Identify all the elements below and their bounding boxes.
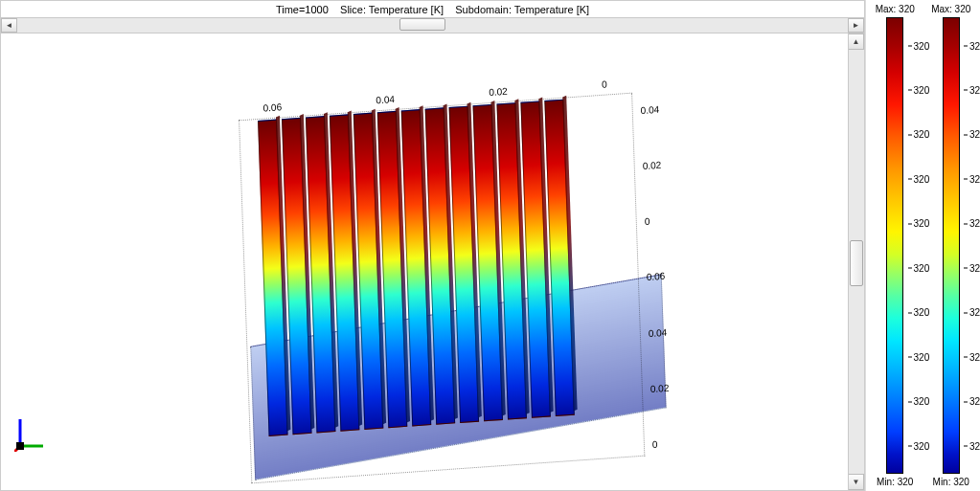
axis-tick: 0.06 — [647, 269, 689, 282]
scroll-right-button[interactable]: ► — [848, 18, 864, 33]
heatmap-3d-plot: 0.06 0.04 0.02 0 — [235, 77, 650, 487]
axis-tick: 0.04 — [649, 325, 691, 339]
scroll-left-button[interactable]: ◄ — [1, 18, 17, 33]
vertical-scrollbar[interactable]: ▲ ▼ — [848, 33, 864, 490]
axis-tick: 0.02 — [650, 381, 693, 394]
colorbar-tick: 320 — [969, 351, 980, 362]
scroll-down-button[interactable]: ▼ — [849, 474, 864, 490]
main-panel: Time=1000 Slice: Temperature [K] Subdoma… — [0, 0, 865, 491]
colorbar-tick: 320 — [969, 307, 980, 318]
colorbar-min-label: Min: 320 — [933, 477, 969, 487]
scroll-up-button[interactable]: ▲ — [849, 33, 864, 50]
vscroll-thumb[interactable] — [850, 240, 863, 286]
axis-tick: 0.04 — [376, 94, 395, 110]
plot-viewport[interactable]: 0.06 0.04 0.02 0 — [1, 33, 864, 490]
colorbar-tick: 320 — [969, 40, 980, 51]
plot-title: Time=1000 Slice: Temperature [K] Subdoma… — [1, 1, 864, 17]
colorbar-max-label: Max: 320 — [931, 4, 970, 14]
colorbar-tick: 320 — [969, 262, 980, 273]
colorbar-1: Max: 320 320320320320320320320320320320 … — [872, 4, 919, 487]
colorbar-gradient: 320320320320320320320320320320 — [943, 17, 960, 474]
vscroll-track[interactable] — [849, 50, 864, 474]
horizontal-scrollbar[interactable]: ◄ ► — [1, 17, 864, 33]
axis-tick: 0.02 — [489, 86, 508, 102]
axis-tick: 0.04 — [641, 102, 683, 116]
colorbar-tick: 320 — [914, 396, 930, 407]
colorbar-tick: 320 — [969, 396, 980, 407]
colorbar-tick: 320 — [914, 129, 930, 140]
colorbar-tick: 320 — [914, 307, 930, 318]
app-root: Time=1000 Slice: Temperature [K] Subdoma… — [0, 0, 980, 491]
colorbar-tick: 320 — [914, 351, 930, 362]
hscroll-thumb[interactable] — [399, 18, 445, 31]
colorbar-panel: Max: 320 320320320320320320320320320320 … — [865, 0, 980, 491]
axis-tick: 0 — [645, 213, 687, 227]
colorbar-tick: 320 — [969, 440, 980, 451]
colorbar-gradient: 320320320320320320320320320320 — [886, 17, 903, 474]
colorbar-min-label: Min: 320 — [877, 477, 913, 487]
colorbar-tick: 320 — [969, 129, 980, 140]
svg-rect-3 — [16, 442, 24, 450]
axis-tick: 0.02 — [643, 158, 685, 171]
colorbar-tick: 320 — [969, 218, 980, 229]
orientation-triad-icon — [14, 413, 49, 452]
colorbar-tick: 320 — [914, 440, 930, 451]
colorbar-tick: 320 — [914, 40, 930, 51]
hscroll-track[interactable] — [17, 18, 848, 33]
colorbar-2: Max: 320 320320320320320320320320320320 … — [928, 4, 975, 487]
colorbar-tick: 320 — [914, 218, 930, 229]
colorbar-tick: 320 — [969, 84, 980, 95]
colorbar-tick: 320 — [969, 173, 980, 184]
colorbar-max-label: Max: 320 — [876, 4, 915, 14]
fin-array — [258, 100, 575, 436]
colorbar-tick: 320 — [914, 262, 930, 273]
colorbar-tick: 320 — [914, 173, 930, 184]
axis-tick: 0 — [602, 78, 607, 94]
colorbar-tick: 320 — [914, 84, 930, 95]
axis-tick: 0 — [652, 436, 695, 450]
